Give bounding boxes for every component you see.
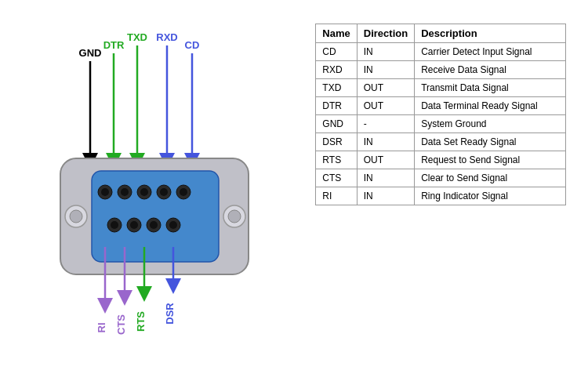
cell-name: RXD — [316, 61, 357, 79]
header-direction: Direction — [357, 24, 414, 43]
diagram-section: GND DTR TXD RXD CD — [16, 8, 310, 384]
header-description: Description — [415, 24, 566, 43]
ri-bottom-label: RI — [96, 323, 107, 333]
svg-point-10 — [228, 210, 241, 223]
cell-description: Clear to Send Signal — [415, 169, 566, 187]
svg-point-27 — [150, 221, 158, 229]
cell-description: Receive Data Signal — [415, 61, 566, 79]
cell-description: Data Terminal Ready Signal — [415, 97, 566, 115]
cell-description: Carrier Detect Input Signal — [415, 43, 566, 61]
cell-description: Request to Send Signal — [415, 151, 566, 169]
cell-direction: OUT — [357, 79, 414, 97]
cell-name: DTR — [316, 97, 357, 115]
cell-description: Ring Indicator Signal — [415, 187, 566, 205]
dtr-top-label: DTR — [103, 39, 125, 51]
cell-direction: OUT — [357, 151, 414, 169]
rxd-top-label: RXD — [157, 31, 178, 43]
svg-point-21 — [180, 188, 187, 196]
table-row: CDINCarrier Detect Input Signal — [316, 43, 566, 61]
txd-top-label: TXD — [127, 31, 147, 43]
cell-direction: - — [357, 115, 414, 133]
table-row: RXDINReceive Data Signal — [316, 61, 566, 79]
connector-wrapper: GND DTR TXD RXD CD — [21, 16, 303, 376]
svg-point-15 — [121, 188, 129, 196]
cell-name: CTS — [316, 169, 357, 187]
cell-direction: IN — [357, 133, 414, 151]
svg-point-13 — [101, 188, 109, 196]
svg-point-19 — [160, 188, 168, 196]
cell-description: Data Set Ready Signal — [415, 133, 566, 151]
cts-bottom-label: CTS — [115, 314, 127, 335]
svg-point-17 — [140, 188, 148, 196]
svg-point-29 — [169, 221, 177, 229]
table-row: DSRINData Set Ready Signal — [316, 133, 566, 151]
cell-description: Transmit Data Signal — [415, 79, 566, 97]
table-row: CTSINClear to Send Signal — [316, 169, 566, 187]
cell-direction: IN — [357, 169, 414, 187]
cell-name: GND — [316, 115, 357, 133]
table-row: DTROUTData Terminal Ready Signal — [316, 97, 566, 115]
header-name: Name — [316, 24, 357, 43]
cell-direction: IN — [357, 43, 414, 61]
rts-bottom-label: RTS — [135, 311, 147, 332]
cell-direction: OUT — [357, 97, 414, 115]
cell-name: TXD — [316, 79, 357, 97]
cell-description: System Ground — [415, 115, 566, 133]
pinout-table: Name Direction Description CDINCarrier D… — [315, 24, 566, 205]
cell-name: DSR — [316, 133, 357, 151]
table-row: RIINRing Indicator Signal — [316, 187, 566, 205]
cell-name: RTS — [316, 151, 357, 169]
table-row: RTSOUTRequest to Send Signal — [316, 151, 566, 169]
table-row: TXDOUTTransmit Data Signal — [316, 79, 566, 97]
dsr-bottom-label: DSR — [164, 303, 176, 325]
cell-direction: IN — [357, 187, 414, 205]
svg-point-8 — [70, 210, 82, 223]
svg-point-23 — [111, 221, 118, 229]
svg-rect-11 — [92, 171, 219, 262]
gnd-top-label: GND — [79, 47, 102, 59]
svg-point-25 — [130, 221, 138, 229]
cell-name: CD — [316, 43, 357, 61]
table-section: Name Direction Description CDINCarrier D… — [310, 8, 572, 384]
cell-name: RI — [316, 187, 357, 205]
cd-top-label: CD — [185, 39, 200, 51]
table-row: GND-System Ground — [316, 115, 566, 133]
cell-direction: IN — [357, 61, 414, 79]
